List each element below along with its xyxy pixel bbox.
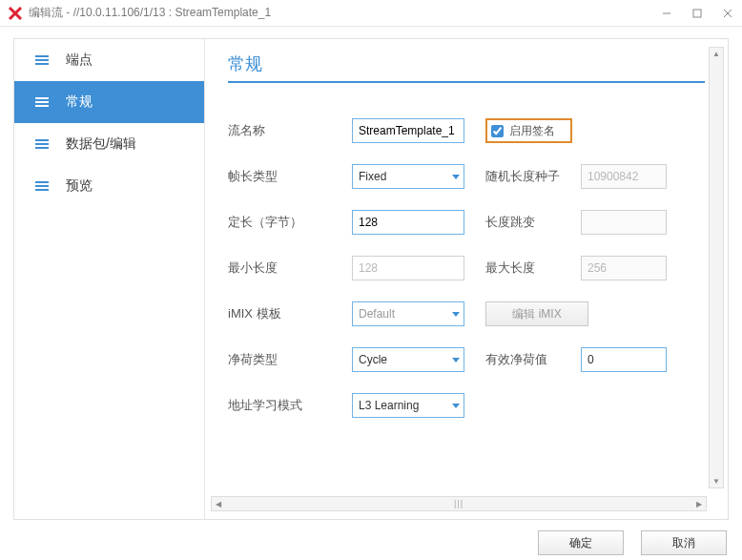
chevron-down-icon xyxy=(452,312,460,317)
sidebar-item-packet-edit[interactable]: 数据包/编辑 xyxy=(14,123,204,165)
payload-val-input[interactable] xyxy=(581,347,667,372)
fixed-len-label: 定长（字节） xyxy=(228,214,352,231)
content-frame: 端点 常规 数据包/编辑 预览 常规 流名称 启用签名 xyxy=(13,38,729,520)
addr-learn-label: 地址学习模式 xyxy=(228,397,352,414)
sidebar: 端点 常规 数据包/编辑 预览 xyxy=(14,39,205,519)
chevron-down-icon xyxy=(452,358,460,363)
payload-type-value: Cycle xyxy=(359,353,387,366)
cancel-button[interactable]: 取消 xyxy=(641,530,727,555)
imix-tmpl-select: Default xyxy=(352,301,464,326)
hamburger-icon xyxy=(35,181,49,191)
imix-tmpl-label: iMIX 模板 xyxy=(228,305,352,322)
horizontal-scrollbar[interactable]: ◀ ||| ▶ xyxy=(211,496,707,511)
scroll-down-icon: ▼ xyxy=(712,475,720,487)
sidebar-item-preview[interactable]: 预览 xyxy=(14,165,204,207)
ok-button[interactable]: 确定 xyxy=(538,530,624,555)
svg-rect-0 xyxy=(693,10,701,17)
sidebar-item-label: 数据包/编辑 xyxy=(66,135,136,153)
signature-label: 启用签名 xyxy=(509,123,555,139)
stream-name-input[interactable] xyxy=(352,118,464,143)
sidebar-item-label: 预览 xyxy=(66,177,93,195)
sidebar-item-label: 端点 xyxy=(66,52,93,69)
section-title: 常规 xyxy=(228,52,705,83)
titlebar: 编辑流 - //10.0.11.106/1/13 : StreamTemplat… xyxy=(0,0,742,27)
random-seed-input xyxy=(581,164,667,189)
maximize-button[interactable] xyxy=(690,7,704,20)
imix-tmpl-value: Default xyxy=(359,307,395,321)
len-jump-input xyxy=(581,210,667,235)
fixed-len-input[interactable] xyxy=(352,210,464,235)
hamburger-icon xyxy=(35,55,49,65)
random-seed-label: 随机长度种子 xyxy=(485,168,581,185)
max-len-label: 最大长度 xyxy=(485,259,581,277)
sidebar-item-general[interactable]: 常规 xyxy=(14,81,204,123)
sidebar-item-label: 常规 xyxy=(66,93,93,111)
scroll-right-icon: ▶ xyxy=(692,500,706,508)
addr-learn-value: L3 Learning xyxy=(359,399,419,412)
min-len-input xyxy=(352,256,464,280)
payload-type-select[interactable]: Cycle xyxy=(352,347,464,372)
chevron-down-icon xyxy=(452,175,460,179)
edit-imix-button: 编辑 iMIX xyxy=(485,301,588,326)
main-panel: 常规 流名称 启用签名 帧长类型 Fixed xyxy=(205,39,728,519)
frame-len-type-select[interactable]: Fixed xyxy=(352,164,464,189)
frame-len-type-label: 帧长类型 xyxy=(228,168,352,185)
vertical-scrollbar[interactable]: ▲ ▼ xyxy=(709,47,724,488)
payload-type-label: 净荷类型 xyxy=(228,351,352,368)
window-title: 编辑流 - //10.0.11.106/1/13 : StreamTemplat… xyxy=(29,5,660,21)
chevron-down-icon xyxy=(452,404,460,408)
stream-name-label: 流名称 xyxy=(228,122,352,139)
signature-checkbox[interactable] xyxy=(491,125,504,137)
max-len-input xyxy=(581,256,667,280)
footer: 确定 取消 xyxy=(0,526,742,560)
scroll-up-icon: ▲ xyxy=(712,48,720,60)
hamburger-icon xyxy=(35,139,49,149)
len-jump-label: 长度跳变 xyxy=(485,214,581,231)
addr-learn-select[interactable]: L3 Learning xyxy=(352,393,464,418)
payload-val-label: 有效净荷值 xyxy=(485,351,581,368)
app-icon xyxy=(8,6,23,21)
close-button[interactable] xyxy=(721,7,734,20)
sidebar-item-endpoint[interactable]: 端点 xyxy=(14,39,204,81)
minimize-button[interactable] xyxy=(660,7,673,20)
frame-len-type-value: Fixed xyxy=(359,170,386,183)
form-area: 流名称 启用签名 帧长类型 Fixed 随机长度种子 xyxy=(228,108,728,428)
scroll-left-icon: ◀ xyxy=(212,500,225,508)
min-len-label: 最小长度 xyxy=(228,259,352,277)
hamburger-icon xyxy=(35,97,49,107)
signature-wrap: 启用签名 xyxy=(485,118,572,143)
